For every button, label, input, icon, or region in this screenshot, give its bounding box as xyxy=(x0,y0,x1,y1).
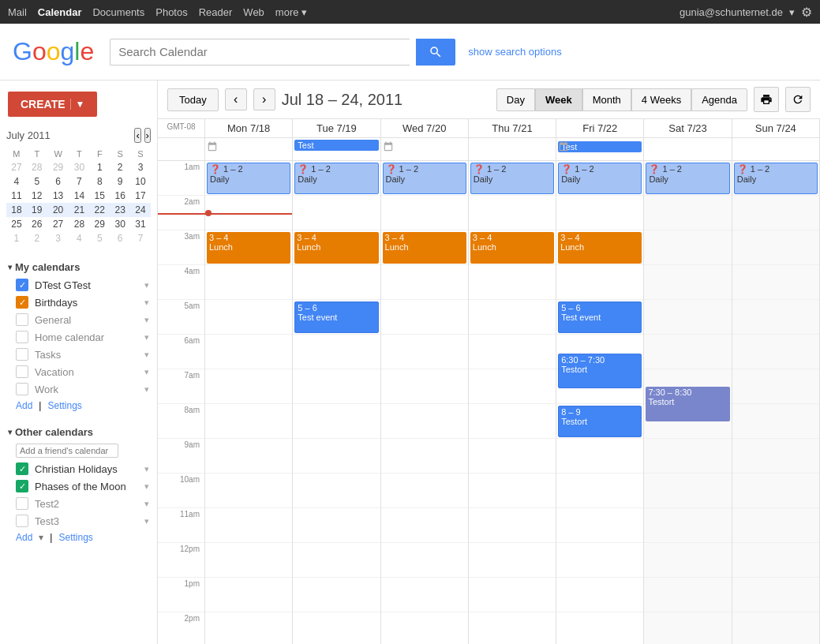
day-header-wed[interactable]: Wed 7/20 xyxy=(381,119,469,137)
cal-item-moon[interactable]: ✓ Phases of the Moon ▾ xyxy=(0,477,157,495)
hour-1pm-sat[interactable] xyxy=(644,578,731,612)
hour-1pm-thu[interactable] xyxy=(469,578,556,612)
hour-1am-thu[interactable]: ❓ 1 – 2Daily xyxy=(469,161,556,196)
hour-10am-mon[interactable] xyxy=(205,474,292,508)
prev-btn[interactable]: ‹ xyxy=(225,88,247,110)
mini-cal-day-1-6[interactable]: 10 xyxy=(130,174,151,189)
mini-cal-day-2-5[interactable]: 16 xyxy=(110,189,130,203)
hour-9am-tue[interactable] xyxy=(293,439,380,474)
hour-9am-fri[interactable] xyxy=(556,439,643,474)
settings-link[interactable]: Settings xyxy=(47,400,81,411)
hour-5am-wed[interactable] xyxy=(381,300,468,335)
event-daily-fri[interactable]: ❓ 1 – 2Daily xyxy=(558,163,642,194)
hour-11am-sun[interactable] xyxy=(732,508,819,543)
mini-cal-day-1-1[interactable]: 5 xyxy=(27,174,47,189)
hour-6am-sat[interactable] xyxy=(644,335,731,369)
hour-1pm-wed[interactable] xyxy=(381,578,468,612)
hour-1am-sun[interactable]: ❓ 1 – 2Daily xyxy=(732,161,819,196)
hour-11am-wed[interactable] xyxy=(381,508,468,543)
hour-10am-wed[interactable] xyxy=(381,474,468,508)
hour-12pm-thu[interactable] xyxy=(469,543,556,578)
nav-web[interactable]: Web xyxy=(243,6,264,18)
hour-4am-mon[interactable] xyxy=(205,265,292,300)
event-lunch-wed[interactable]: 3 – 4Lunch xyxy=(383,232,466,264)
today-button[interactable]: Today xyxy=(167,88,219,111)
nav-photos[interactable]: Photos xyxy=(155,6,187,18)
mini-cal-day-0-6[interactable]: 3 xyxy=(130,160,151,174)
mini-cal-day-5-4[interactable]: 5 xyxy=(89,231,110,245)
create-dropdown-arrow[interactable]: ▼ xyxy=(70,99,85,110)
hour-2pm-tue[interactable] xyxy=(293,612,380,644)
hour-8am-wed[interactable] xyxy=(381,404,468,439)
hour-6am-sun[interactable] xyxy=(732,335,819,369)
hour-2pm-fri[interactable] xyxy=(556,612,643,644)
hour-8am-mon[interactable] xyxy=(205,404,292,439)
cal-dropdown-home[interactable]: ▾ xyxy=(144,332,149,343)
day-header-fri[interactable]: Fri 7/22 xyxy=(556,119,644,137)
hour-5am-fri[interactable]: 5 – 6Test event xyxy=(556,300,643,335)
next-btn[interactable]: › xyxy=(253,88,275,110)
event-testort-630[interactable]: 6:30 – 7:30Testort xyxy=(558,354,642,388)
hour-1pm-fri[interactable] xyxy=(556,578,643,612)
hour-7am-tue[interactable] xyxy=(293,369,380,404)
mini-cal-next[interactable]: › xyxy=(144,128,151,143)
event-daily-tue[interactable]: ❓ 1 – 2Daily xyxy=(294,163,378,194)
user-email[interactable]: gunia@schunternet.de xyxy=(680,6,783,18)
time-grid[interactable]: 1am 2am 3am 4am 5am 6am 7am 8am 9am 10am… xyxy=(158,161,820,644)
hour-10am-tue[interactable] xyxy=(293,474,380,508)
cal-item-home[interactable]: Home calendar ▾ xyxy=(0,328,157,346)
add-friend-input[interactable] xyxy=(16,444,118,458)
allday-event-test-tue[interactable]: Test xyxy=(294,140,378,151)
hour-2pm-thu[interactable] xyxy=(469,612,556,644)
hour-6am-thu[interactable] xyxy=(469,335,556,369)
hour-4am-fri[interactable] xyxy=(556,265,643,300)
agenda-view-btn[interactable]: Agenda xyxy=(691,88,747,111)
mini-cal-day-0-3[interactable]: 30 xyxy=(69,160,90,174)
hour-1pm-sun[interactable] xyxy=(732,578,819,612)
mini-cal-day-1-4[interactable]: 8 xyxy=(89,174,110,189)
mini-cal-day-5-3[interactable]: 4 xyxy=(69,231,90,245)
hour-1pm-mon[interactable] xyxy=(205,578,292,612)
mini-cal-day-3-0[interactable]: 18 xyxy=(6,203,27,217)
show-search-options-link[interactable]: show search options xyxy=(468,46,562,58)
other-cal-settings-arrow[interactable]: ▾ xyxy=(39,532,43,543)
hour-2am-wed[interactable] xyxy=(381,196,468,230)
event-test-tue[interactable]: 5 – 6Test event xyxy=(294,301,378,333)
hour-4am-sun[interactable] xyxy=(732,265,819,300)
hour-10am-sat[interactable] xyxy=(644,474,731,508)
hour-1am-sat[interactable]: ❓ 1 – 2Daily xyxy=(644,161,731,196)
day-col-mon[interactable]: ❓ 1 – 2Daily 3 – 4Lunch xyxy=(205,161,293,644)
event-lunch-thu[interactable]: 3 – 4Lunch xyxy=(470,232,554,264)
mini-cal-day-2-1[interactable]: 12 xyxy=(27,189,47,203)
mini-cal-day-1-3[interactable]: 7 xyxy=(69,174,90,189)
hour-9am-mon[interactable] xyxy=(205,439,292,474)
mini-cal-title[interactable]: July 2011 xyxy=(6,129,51,141)
event-lunch-tue[interactable]: 3 – 4Lunch xyxy=(294,232,378,264)
mini-cal-day-4-0[interactable]: 25 xyxy=(6,217,27,231)
mini-cal-day-2-0[interactable]: 11 xyxy=(6,189,27,203)
4weeks-view-btn[interactable]: 4 Weeks xyxy=(631,88,691,111)
mini-cal-day-1-5[interactable]: 9 xyxy=(110,174,130,189)
mini-cal-day-4-1[interactable]: 26 xyxy=(27,217,47,231)
hour-12pm-tue[interactable] xyxy=(293,543,380,578)
cal-item-dtest[interactable]: ✓ DTest GTest ▾ xyxy=(0,276,157,294)
hour-3am-tue[interactable]: 3 – 4Lunch xyxy=(293,230,380,265)
mini-cal-day-5-0[interactable]: 1 xyxy=(6,231,27,245)
hour-3am-mon[interactable]: 3 – 4Lunch xyxy=(205,230,292,265)
day-view-btn[interactable]: Day xyxy=(496,88,535,111)
hour-2pm-sun[interactable] xyxy=(732,612,819,644)
other-settings-link[interactable]: Settings xyxy=(58,532,92,543)
hour-10am-fri[interactable] xyxy=(556,474,643,508)
hour-10am-sun[interactable] xyxy=(732,474,819,508)
mini-cal-day-3-4[interactable]: 22 xyxy=(89,203,110,217)
day-col-sun[interactable]: ❓ 1 – 2Daily xyxy=(732,161,820,644)
hour-7am-mon[interactable] xyxy=(205,369,292,404)
hour-8am-sun[interactable] xyxy=(732,404,819,439)
allday-tue[interactable]: Test xyxy=(293,138,380,160)
day-header-sun[interactable]: Sun 7/24 xyxy=(732,119,820,137)
cal-item-test2[interactable]: Test2 ▾ xyxy=(0,495,157,512)
hour-9am-thu[interactable] xyxy=(469,439,556,474)
mini-cal-day-4-6[interactable]: 31 xyxy=(130,217,151,231)
create-button[interactable]: CREATE ▼ xyxy=(8,92,97,117)
event-daily-thu[interactable]: ❓ 1 – 2Daily xyxy=(470,163,554,194)
